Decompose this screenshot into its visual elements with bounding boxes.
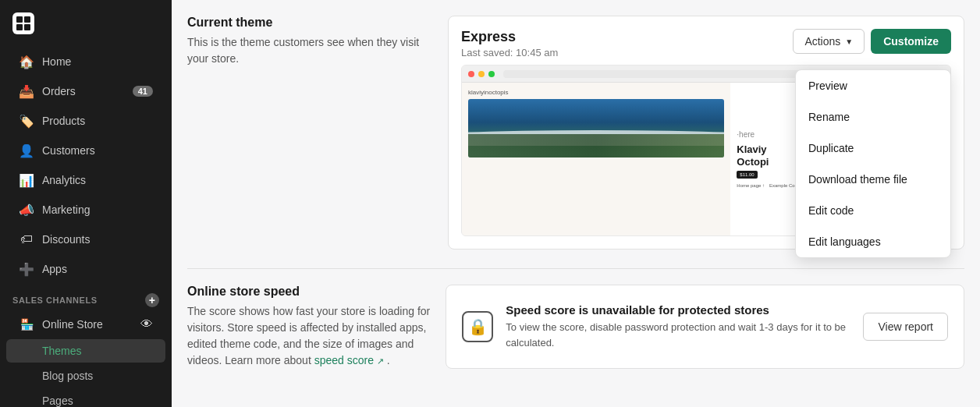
online-store-icon: 🏪 <box>19 317 34 332</box>
actions-button[interactable]: Actions ▼ <box>793 29 865 54</box>
rock-layer <box>468 134 724 157</box>
sidebar-item-analytics[interactable]: 📊 Analytics <box>6 166 165 194</box>
eye-icon: 👁 <box>140 317 153 331</box>
dropdown-item-duplicate[interactable]: Duplicate <box>796 133 950 164</box>
dropdown-item-download[interactable]: Download theme file <box>796 164 950 195</box>
speed-unavailable-card: 🔒 Speed score is unavailable for protect… <box>446 285 964 369</box>
current-theme-desc: This is the theme customers see when the… <box>187 34 432 67</box>
orders-badge: 41 <box>133 86 153 97</box>
sidebar-item-products[interactable]: 🏷️ Products <box>6 107 165 135</box>
lock-icon: 🔒 <box>462 311 493 342</box>
svg-rect-3 <box>24 24 30 30</box>
apps-icon: ➕ <box>19 261 34 277</box>
theme-actions: Actions ▼ Customize Preview Rename Dupli… <box>793 29 951 54</box>
sidebar-item-marketing[interactable]: 📣 Marketing <box>6 196 165 224</box>
browser-dot-yellow <box>478 71 485 77</box>
analytics-icon: 📊 <box>19 172 34 188</box>
dropdown-item-edit-languages[interactable]: Edit languages <box>796 226 950 257</box>
browser-dot-red <box>468 71 474 77</box>
svg-rect-2 <box>16 24 23 30</box>
sidebar-item-discounts[interactable]: 🏷 Discounts <box>6 225 165 253</box>
preview-brand-text: Klaviy Octopi <box>737 143 769 168</box>
view-report-button[interactable]: View report <box>863 313 948 341</box>
current-theme-section: Current theme This is the theme customer… <box>187 16 964 250</box>
sidebar-item-apps[interactable]: ➕ Apps <box>6 255 165 283</box>
dropdown-item-edit-code[interactable]: Edit code <box>796 195 950 226</box>
sidebar-item-orders[interactable]: 📥 Orders 41 <box>6 77 165 105</box>
customize-button[interactable]: Customize <box>871 29 951 54</box>
add-sales-channel-button[interactable]: + <box>145 293 159 307</box>
preview-left-panel: klaviyinoctopis <box>462 83 730 235</box>
dropdown-item-preview[interactable]: Preview <box>796 70 950 101</box>
external-link-icon: ↗ <box>377 356 384 366</box>
speed-info: Online store speed The score shows how f… <box>187 285 430 369</box>
sidebar-item-online-store[interactable]: 🏪 Online Store 👁 <box>6 311 165 338</box>
theme-info: Current theme This is the theme customer… <box>187 16 432 250</box>
logo-icon <box>12 12 34 34</box>
sidebar-item-pages[interactable]: Pages <box>6 389 165 407</box>
svg-rect-1 <box>24 16 30 23</box>
preview-store-name: klaviyinoctopis <box>468 89 724 96</box>
sidebar-item-themes[interactable]: Themes <box>6 339 165 363</box>
sidebar-item-blog-posts[interactable]: Blog posts <box>6 364 165 388</box>
sidebar-item-customers[interactable]: 👤 Customers <box>6 136 165 165</box>
speed-section: Online store speed The score shows how f… <box>187 285 964 369</box>
dropdown-item-rename[interactable]: Rename <box>796 101 950 133</box>
speed-score-link[interactable]: speed score ↗ <box>314 354 387 366</box>
preview-ocean-image <box>468 99 724 157</box>
speed-card-content: Speed score is unavailable for protected… <box>506 303 850 350</box>
marketing-icon: 📣 <box>19 202 34 218</box>
orders-icon: 📥 <box>19 83 34 99</box>
theme-last-saved: Last saved: 10:45 am <box>461 47 558 58</box>
actions-dropdown-menu: Preview Rename Duplicate Download theme … <box>795 69 951 258</box>
speed-card-title: Speed score is unavailable for protected… <box>506 303 850 317</box>
speed-section-desc: The score shows how fast your store is l… <box>187 303 430 369</box>
products-icon: 🏷️ <box>19 113 34 129</box>
sidebar: 🏠 Home 📥 Orders 41 🏷️ Products 👤 Custome… <box>0 0 172 407</box>
sales-channels-section: Sales Channels + <box>0 284 172 310</box>
speed-card-desc: To view the score, disable password prot… <box>506 320 850 350</box>
home-icon: 🏠 <box>19 54 34 69</box>
preview-somewhere-label: ·here <box>737 130 755 139</box>
current-theme-title: Current theme <box>187 16 432 30</box>
theme-header: Express Last saved: 10:45 am Actions ▼ C… <box>461 29 951 58</box>
preview-price-tag: $11.00 <box>737 171 757 179</box>
theme-name: Express <box>461 29 558 45</box>
browser-dot-green <box>488 71 495 77</box>
speed-section-title: Online store speed <box>187 285 430 299</box>
svg-rect-0 <box>16 16 23 23</box>
section-divider <box>187 268 964 269</box>
chevron-down-icon: ▼ <box>845 37 853 46</box>
sidebar-item-home[interactable]: 🏠 Home <box>6 48 165 76</box>
sidebar-logo <box>0 6 172 47</box>
discounts-icon: 🏷 <box>19 232 34 247</box>
theme-preview-card: Express Last saved: 10:45 am Actions ▼ C… <box>448 16 964 250</box>
main-content: Current theme This is the theme customer… <box>172 0 980 407</box>
customers-icon: 👤 <box>19 143 34 158</box>
